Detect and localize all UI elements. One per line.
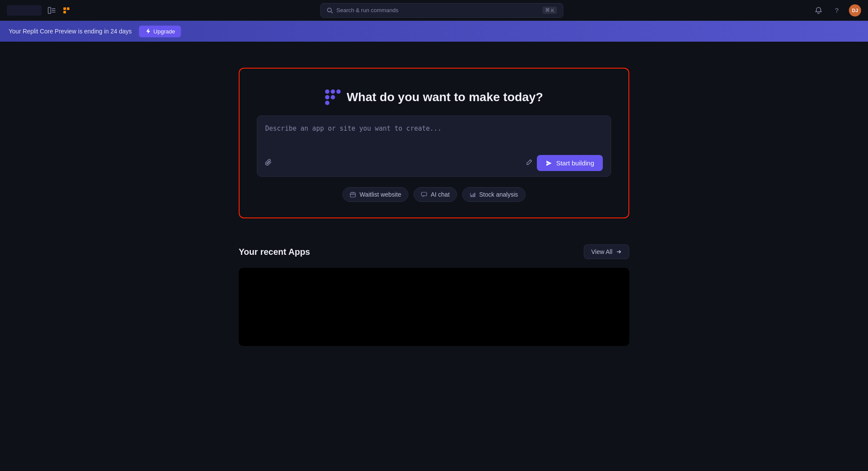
help-icon[interactable]: ? xyxy=(831,4,843,16)
upgrade-banner: Your Replit Core Preview is ending in 24… xyxy=(0,21,868,42)
svg-rect-16 xyxy=(471,195,472,197)
edit-icon[interactable] xyxy=(526,159,533,168)
search-icon xyxy=(327,7,333,13)
svg-line-8 xyxy=(331,11,333,13)
recent-apps-section: Your recent Apps View All xyxy=(239,244,629,346)
recent-apps-title: Your recent Apps xyxy=(239,247,310,257)
search-placeholder-text: Search & run commands xyxy=(336,7,539,13)
input-footer-right: Start building xyxy=(526,155,603,171)
recent-app-card[interactable] xyxy=(239,268,629,346)
main-content: What do you want to make today? xyxy=(0,42,868,363)
chip-waitlist-label: Waitlist website xyxy=(359,191,401,198)
sidebar-toggle-icon[interactable] xyxy=(47,6,56,15)
svg-rect-6 xyxy=(63,11,66,13)
upgrade-banner-text: Your Replit Core Preview is ending in 24… xyxy=(9,28,132,35)
bell-icon[interactable] xyxy=(812,4,825,16)
chip-ai-chat[interactable]: AI chat xyxy=(414,187,457,202)
chart-icon xyxy=(470,191,476,198)
chip-stock-analysis[interactable]: Stock analysis xyxy=(462,187,525,202)
recent-apps-header: Your recent Apps View All xyxy=(239,244,629,259)
start-building-button[interactable]: Start building xyxy=(537,155,603,171)
creation-textarea[interactable] xyxy=(265,124,603,150)
avatar[interactable]: DJ xyxy=(849,4,861,16)
svg-rect-18 xyxy=(474,193,475,197)
search-bar-wrapper: Search & run commands ⌘ K xyxy=(76,3,807,18)
creation-title-text: What do you want to make today? xyxy=(347,90,543,104)
view-all-button[interactable]: View All xyxy=(584,244,629,259)
attach-icon[interactable] xyxy=(265,159,272,168)
upgrade-button[interactable]: Upgrade xyxy=(139,26,181,37)
chip-stock-analysis-label: Stock analysis xyxy=(479,191,518,198)
svg-rect-13 xyxy=(421,192,427,196)
replit-dots-logo xyxy=(325,89,341,105)
svg-rect-4 xyxy=(63,7,66,10)
suggestion-chips: Waitlist website AI chat Stock analysis xyxy=(342,187,525,202)
top-navigation: Search & run commands ⌘ K ? DJ xyxy=(0,0,868,21)
search-shortcut: ⌘ K xyxy=(542,7,557,14)
arrow-right-icon xyxy=(616,249,622,255)
svg-rect-0 xyxy=(48,7,51,13)
nav-right-actions: ? DJ xyxy=(812,4,861,16)
creation-title-row: What do you want to make today? xyxy=(325,89,543,105)
replit-nav-icon[interactable] xyxy=(62,6,71,15)
svg-rect-5 xyxy=(67,7,69,10)
search-bar[interactable]: Search & run commands ⌘ K xyxy=(320,3,563,18)
chat-icon xyxy=(421,191,427,198)
chip-ai-chat-label: AI chat xyxy=(431,191,450,198)
send-icon xyxy=(546,160,552,167)
svg-rect-9 xyxy=(350,193,355,197)
calendar-icon xyxy=(350,191,356,198)
creation-input-footer: Start building xyxy=(265,155,603,171)
creation-input-area: Start building xyxy=(257,115,611,177)
svg-rect-17 xyxy=(473,194,474,197)
chip-waitlist-website[interactable]: Waitlist website xyxy=(342,187,408,202)
creation-card: What do you want to make today? xyxy=(239,68,629,218)
logo-placeholder xyxy=(7,5,42,16)
upgrade-lightning-icon xyxy=(145,28,151,34)
